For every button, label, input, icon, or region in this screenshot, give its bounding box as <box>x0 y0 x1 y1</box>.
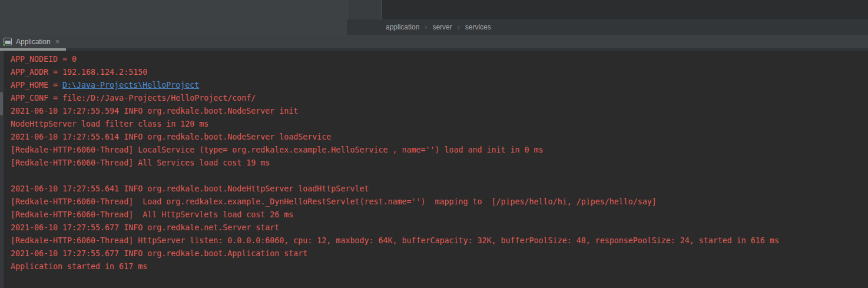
breadcrumb-separator-icon: › <box>425 23 427 31</box>
log-line: APP_NODEID = 0 <box>11 53 779 66</box>
console-icon <box>4 38 12 45</box>
console-output: APP_NODEID = 0APP_ADDR = 192.168.124.2:5… <box>0 51 868 288</box>
console-scrollbar-thumb[interactable] <box>0 92 3 115</box>
log-line: 2021-06-10 17:27:55.594 INFO org.redkale… <box>11 105 779 118</box>
log-line: APP_ADDR = 192.168.124.2:5150 <box>11 66 779 79</box>
breadcrumb: application›server›services <box>347 19 868 35</box>
running-indicator-dot <box>2 43 6 47</box>
editor-pane-secondary <box>382 0 868 19</box>
console-log-lines: APP_NODEID = 0APP_ADDR = 192.168.124.2:5… <box>11 53 779 273</box>
editor-pane <box>0 0 347 35</box>
log-line: 2021-06-10 17:27:55.614 INFO org.redkale… <box>11 131 779 144</box>
log-line: APP_CONF = file:/D:/Java-Projects/HelloP… <box>11 92 779 105</box>
tab-label: Application <box>16 38 51 46</box>
breadcrumb-item-server[interactable]: server <box>432 23 452 31</box>
console-scrollbar-track <box>0 51 4 288</box>
log-text: APP_HOME = <box>11 81 62 90</box>
log-line: [Redkale-HTTP:6060-Thread] LocalService … <box>11 144 779 157</box>
log-line: 2021-06-10 17:27:55.677 INFO org.redkale… <box>11 247 779 260</box>
log-line: [Redkale-HTTP:6060-Thread] HttpServer li… <box>11 234 779 247</box>
tab-application[interactable]: Application × <box>0 35 63 48</box>
log-line: [Redkale-HTTP:6060-Thread] Load org.redk… <box>11 196 779 208</box>
log-line: 2021-06-10 17:27:55.677 INFO org.redkale… <box>11 221 779 234</box>
log-line: Application started in 617 ms <box>11 260 779 273</box>
log-line: [Redkale-HTTP:6060-Thread] All Services … <box>11 157 779 170</box>
breadcrumb-item-application[interactable]: application <box>386 23 419 31</box>
log-line: [Redkale-HTTP:6060-Thread] All HttpServl… <box>11 208 779 221</box>
active-tab-underline <box>0 48 66 51</box>
breadcrumb-separator-icon: › <box>458 23 460 31</box>
file-link[interactable]: D:\Java-Projects\HelloProject <box>62 81 199 90</box>
run-toolwindow-tabbar: Application × <box>0 35 868 51</box>
editor-divider-panel <box>347 0 382 19</box>
log-line: NodeHttpServer load filter class in 120 … <box>11 118 779 131</box>
close-icon[interactable]: × <box>55 38 60 45</box>
log-line <box>11 170 779 183</box>
log-line: 2021-06-10 17:27:55.641 INFO org.redkale… <box>11 183 779 196</box>
breadcrumb-item-services[interactable]: services <box>465 23 491 31</box>
log-line: APP_HOME = D:\Java-Projects\HelloProject <box>11 79 779 92</box>
